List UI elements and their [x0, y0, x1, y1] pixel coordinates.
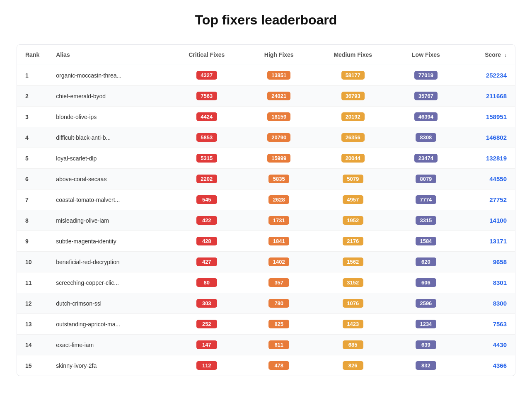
cell-critical: 5315	[168, 148, 245, 169]
cell-score: 252234	[459, 65, 515, 86]
cell-low: 2596	[393, 293, 459, 314]
cell-alias: skinny-ivory-2fa	[48, 355, 168, 376]
badge-medium: 20192	[341, 112, 365, 121]
table-row: 3 blonde-olive-ips 4424 18159 20192 4639…	[17, 107, 515, 127]
table-row: 8 misleading-olive-iam 422 1731 1952 331…	[17, 210, 515, 231]
cell-low: 1584	[393, 231, 459, 252]
badge-critical: 252	[196, 320, 217, 328]
badge-critical: 2202	[196, 175, 217, 183]
cell-medium: 26356	[312, 127, 393, 148]
score-value: 8301	[493, 279, 507, 286]
table-row: 5 loyal-scarlet-dlp 5315 15999 20044 234…	[17, 148, 515, 169]
table-body: 1 organic-moccasin-threa... 4327 13851 5…	[17, 65, 515, 376]
cell-high: 20790	[245, 127, 312, 148]
col-alias: Alias	[48, 45, 168, 65]
cell-high: 2628	[245, 189, 312, 210]
badge-low: 8308	[416, 133, 436, 142]
score-value: 9658	[493, 258, 507, 265]
cell-medium: 58177	[312, 65, 393, 86]
badge-medium: 1562	[343, 257, 363, 266]
badge-high: 611	[268, 340, 289, 349]
badge-critical: 112	[196, 361, 217, 370]
table-row: 15 skinny-ivory-2fa 112 478 826 832 4366	[17, 355, 515, 376]
cell-alias: loyal-scarlet-dlp	[48, 148, 168, 169]
badge-critical: 422	[196, 216, 217, 225]
cell-critical: 252	[168, 314, 245, 335]
badge-medium: 4957	[343, 195, 363, 204]
badge-low: 2596	[416, 299, 436, 308]
badge-critical: 80	[196, 278, 217, 287]
table-row: 2 chief-emerald-byod 7563 24021 36793 35…	[17, 86, 515, 107]
cell-medium: 36793	[312, 86, 393, 107]
cell-alias: subtle-magenta-identity	[48, 231, 168, 252]
cell-medium: 3152	[312, 272, 393, 293]
cell-alias: screeching-copper-clic...	[48, 272, 168, 293]
cell-critical: 428	[168, 231, 245, 252]
badge-high: 1731	[268, 216, 289, 225]
score-value: 158951	[486, 113, 507, 120]
cell-score: 44550	[459, 169, 515, 189]
cell-high: 1402	[245, 252, 312, 272]
cell-alias: organic-moccasin-threa...	[48, 65, 168, 86]
cell-rank: 11	[17, 272, 48, 293]
cell-score: 4430	[459, 335, 515, 355]
badge-low: 77019	[414, 71, 438, 80]
cell-rank: 14	[17, 335, 48, 355]
badge-high: 5835	[268, 175, 289, 183]
score-value: 8300	[493, 300, 507, 307]
cell-score: 132819	[459, 148, 515, 169]
cell-low: 620	[393, 252, 459, 272]
badge-medium: 3152	[343, 278, 363, 287]
table-row: 7 coastal-tomato-malvert... 545 2628 495…	[17, 189, 515, 210]
cell-alias: dutch-crimson-ssl	[48, 293, 168, 314]
cell-high: 18159	[245, 107, 312, 127]
cell-medium: 4957	[312, 189, 393, 210]
cell-rank: 15	[17, 355, 48, 376]
cell-high: 1841	[245, 231, 312, 252]
cell-high: 611	[245, 335, 312, 355]
col-score[interactable]: Score ↓	[459, 45, 515, 65]
badge-high: 13851	[267, 71, 290, 80]
cell-rank: 13	[17, 314, 48, 335]
col-medium: Medium Fixes	[312, 45, 393, 65]
score-value: 211668	[486, 92, 507, 100]
table-header: Rank Alias Critical Fixes High Fixes Med…	[17, 45, 515, 65]
cell-low: 77019	[393, 65, 459, 86]
cell-alias: blonde-olive-ips	[48, 107, 168, 127]
badge-medium: 5079	[343, 175, 363, 183]
cell-critical: 80	[168, 272, 245, 293]
score-value: 4366	[493, 362, 507, 369]
col-low: Low Fixes	[393, 45, 459, 65]
cell-rank: 9	[17, 231, 48, 252]
score-value: 7563	[493, 321, 507, 328]
cell-rank: 6	[17, 169, 48, 189]
cell-medium: 826	[312, 355, 393, 376]
cell-low: 606	[393, 272, 459, 293]
cell-medium: 1562	[312, 252, 393, 272]
cell-score: 146802	[459, 127, 515, 148]
cell-score: 27752	[459, 189, 515, 210]
cell-medium: 1952	[312, 210, 393, 231]
badge-critical: 5853	[196, 133, 217, 142]
cell-low: 639	[393, 335, 459, 355]
cell-score: 14100	[459, 210, 515, 231]
cell-critical: 545	[168, 189, 245, 210]
score-value: 132819	[486, 155, 507, 162]
badge-critical: 147	[196, 340, 217, 349]
cell-critical: 427	[168, 252, 245, 272]
cell-rank: 4	[17, 127, 48, 148]
badge-critical: 303	[196, 299, 217, 308]
cell-high: 1731	[245, 210, 312, 231]
cell-score: 158951	[459, 107, 515, 127]
badge-low: 46394	[414, 112, 438, 121]
cell-critical: 2202	[168, 169, 245, 189]
badge-high: 15999	[267, 154, 290, 163]
cell-alias: difficult-black-anti-b...	[48, 127, 168, 148]
badge-critical: 4424	[196, 112, 217, 121]
table-row: 4 difficult-black-anti-b... 5853 20790 2…	[17, 127, 515, 148]
cell-critical: 4424	[168, 107, 245, 127]
score-value: 14100	[489, 217, 507, 224]
table-row: 14 exact-lime-iam 147 611 685 639 4430	[17, 335, 515, 355]
cell-critical: 112	[168, 355, 245, 376]
leaderboard-table-container: Rank Alias Critical Fixes High Fixes Med…	[17, 44, 515, 376]
